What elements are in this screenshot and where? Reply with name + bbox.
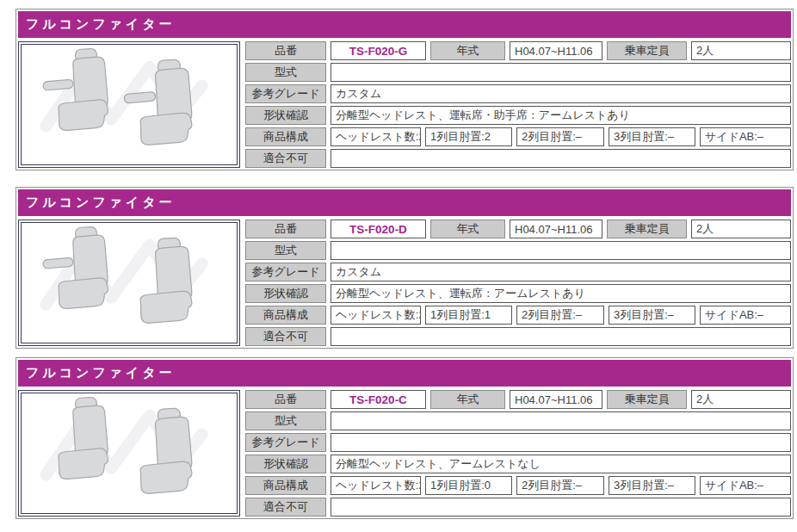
- composition-label: 商品構成: [245, 306, 326, 325]
- shape-value: 分離型ヘッドレスト、運転席：アームレストあり: [331, 284, 791, 303]
- year-label: 年式: [430, 220, 505, 238]
- table-row: 商品構成 ヘッドレスト数:2 1列目肘置:1 2列目肘置:– 3列目肘置:– サ…: [245, 306, 791, 325]
- table-row: 型式: [245, 241, 791, 260]
- shape-label: 形状確認: [245, 106, 326, 125]
- row3-armrest-value: 3列目肘置:–: [609, 127, 695, 146]
- part-number-value: TS-F020-D: [331, 220, 426, 238]
- seat-image-frame: [18, 390, 240, 517]
- row1-armrest-value: 1列目肘置:0: [425, 476, 512, 495]
- model-value: [331, 63, 791, 82]
- card-header-bar: フルコンファイター: [18, 189, 791, 216]
- shape-label: 形状確認: [245, 455, 326, 473]
- vehicle-name-title: フルコンファイター: [26, 195, 176, 211]
- part-number-label: 品番: [245, 390, 326, 409]
- table-row: 形状確認 分離型ヘッドレスト、運転席：アームレストあり: [245, 284, 791, 303]
- card-header-bar: フルコンファイター: [18, 360, 791, 387]
- model-label: 型式: [245, 411, 326, 430]
- capacity-value: 2人: [691, 390, 791, 409]
- seat-image-frame: [18, 41, 240, 168]
- product-card-ts-f020-d: フルコンファイター: [15, 187, 794, 349]
- capacity-value: 2人: [691, 220, 791, 238]
- seat-image: [21, 393, 238, 514]
- side-airbag-value: サイドAB:–: [700, 476, 791, 495]
- side-airbag-value: サイドAB:–: [700, 306, 791, 325]
- year-label: 年式: [430, 41, 505, 60]
- incompatible-value: [331, 498, 791, 517]
- seat-illustration: [22, 393, 237, 513]
- card-header-bar: フルコンファイター: [18, 11, 791, 38]
- grade-value: カスタム: [331, 84, 791, 103]
- model-label: 型式: [245, 241, 326, 260]
- composition-label: 商品構成: [245, 127, 326, 146]
- table-row: 形状確認 分離型ヘッドレスト、アームレストなし: [245, 455, 791, 473]
- row2-armrest-value: 2列目肘置:–: [516, 476, 604, 495]
- table-row: 型式: [245, 63, 791, 82]
- incompatible-label: 適合不可: [245, 498, 326, 517]
- capacity-label: 乗車定員: [607, 390, 687, 409]
- part-number-label: 品番: [245, 220, 326, 238]
- incompatible-label: 適合不可: [245, 149, 326, 168]
- year-label: 年式: [430, 390, 505, 409]
- table-row: 参考グレード カスタム: [245, 84, 791, 103]
- table-row: 型式: [245, 411, 791, 430]
- capacity-value: 2人: [691, 41, 791, 60]
- spec-table: 品番 TS-F020-D 年式 H04.07~H11.06 乗車定員 2人 型式…: [245, 220, 791, 346]
- card-body: 品番 TS-F020-D 年式 H04.07~H11.06 乗車定員 2人 型式…: [18, 220, 791, 346]
- grade-value: [331, 433, 791, 452]
- seat-illustration: [22, 45, 237, 164]
- model-value: [331, 411, 791, 430]
- product-card-ts-f020-g: フルコンファイター: [15, 9, 794, 170]
- row1-armrest-value: 1列目肘置:1: [425, 306, 512, 325]
- table-row: 品番 TS-F020-G 年式 H04.07~H11.06 乗車定員 2人: [245, 41, 791, 60]
- table-row: 品番 TS-F020-C 年式 H04.07~H11.06 乗車定員 2人: [245, 390, 791, 409]
- card-body: 品番 TS-F020-C 年式 H04.07~H11.06 乗車定員 2人 型式…: [18, 390, 791, 517]
- composition-label: 商品構成: [245, 476, 326, 495]
- side-airbag-value: サイドAB:–: [700, 127, 791, 146]
- grade-label: 参考グレード: [245, 84, 326, 103]
- vehicle-name-title: フルコンファイター: [26, 16, 176, 33]
- capacity-label: 乗車定員: [607, 220, 687, 238]
- grade-label: 参考グレード: [245, 433, 326, 452]
- table-row: 商品構成 ヘッドレスト数:2 1列目肘置:0 2列目肘置:– 3列目肘置:– サ…: [245, 476, 791, 495]
- year-value: H04.07~H11.06: [510, 390, 602, 409]
- row2-armrest-value: 2列目肘置:–: [516, 127, 604, 146]
- part-number-label: 品番: [245, 41, 326, 60]
- table-row: 適合不可: [245, 149, 791, 168]
- row3-armrest-value: 3列目肘置:–: [609, 306, 695, 325]
- product-spec-page: フルコンファイター: [0, 0, 797, 519]
- part-number-value: TS-F020-G: [331, 41, 426, 60]
- year-value: H04.07~H11.06: [510, 41, 602, 60]
- table-row: 参考グレード カスタム: [245, 263, 791, 281]
- incompatible-value: [331, 327, 791, 346]
- shape-value: 分離型ヘッドレスト、アームレストなし: [331, 455, 791, 473]
- vehicle-name-title: フルコンファイター: [26, 365, 176, 381]
- card-body: 品番 TS-F020-G 年式 H04.07~H11.06 乗車定員 2人 型式…: [18, 41, 791, 168]
- row3-armrest-value: 3列目肘置:–: [609, 476, 695, 495]
- shape-value: 分離型ヘッドレスト、運転席・助手席：アームレストあり: [331, 106, 791, 125]
- table-row: 適合不可: [245, 327, 791, 346]
- row1-armrest-value: 1列目肘置:2: [425, 127, 512, 146]
- year-value: H04.07~H11.06: [510, 220, 602, 238]
- seat-image-frame: [18, 220, 240, 346]
- capacity-label: 乗車定員: [607, 41, 687, 60]
- table-row: 形状確認 分離型ヘッドレスト、運転席・助手席：アームレストあり: [245, 106, 791, 125]
- product-card-ts-f020-c: フルコンファイター: [15, 357, 794, 519]
- table-row: 品番 TS-F020-D 年式 H04.07~H11.06 乗車定員 2人: [245, 220, 791, 238]
- part-number-value: TS-F020-C: [331, 390, 426, 409]
- headrest-count-value: ヘッドレスト数:2: [331, 476, 421, 495]
- table-row: 適合不可: [245, 498, 791, 517]
- seat-illustration: [22, 223, 237, 343]
- incompatible-label: 適合不可: [245, 327, 326, 346]
- table-row: 商品構成 ヘッドレスト数:2 1列目肘置:2 2列目肘置:– 3列目肘置:– サ…: [245, 127, 791, 146]
- table-row: 参考グレード: [245, 433, 791, 452]
- headrest-count-value: ヘッドレスト数:2: [331, 127, 421, 146]
- model-value: [331, 241, 791, 260]
- grade-value: カスタム: [331, 263, 791, 281]
- headrest-count-value: ヘッドレスト数:2: [331, 306, 421, 325]
- shape-label: 形状確認: [245, 284, 326, 303]
- grade-label: 参考グレード: [245, 263, 326, 281]
- row2-armrest-value: 2列目肘置:–: [516, 306, 604, 325]
- seat-image: [21, 44, 238, 165]
- incompatible-value: [331, 149, 791, 168]
- spec-table: 品番 TS-F020-C 年式 H04.07~H11.06 乗車定員 2人 型式…: [245, 390, 791, 517]
